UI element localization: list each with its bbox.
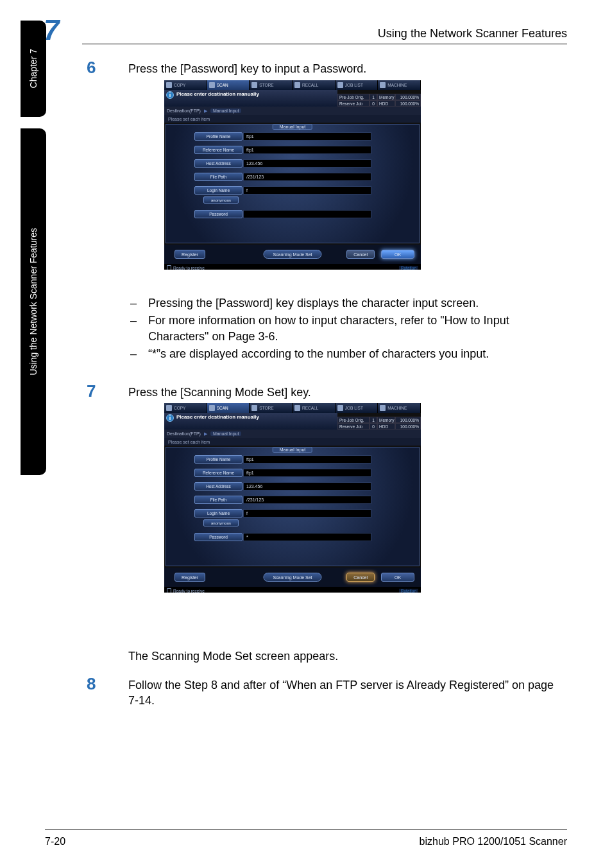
ss-tab-scan[interactable]: SCAN <box>207 403 250 413</box>
recall-icon <box>294 405 300 411</box>
step-6-text: Press the [Password] key to input a Pass… <box>128 61 567 76</box>
ss-tab-store[interactable]: STORE <box>250 403 293 413</box>
password-button[interactable]: Password <box>194 533 242 541</box>
ss-subtitle: Please set each item <box>164 438 421 446</box>
ss-status-grid: Pre-Job Orig.1Memory100.000% Reserve Job… <box>337 413 421 430</box>
scan-icon <box>209 82 215 88</box>
rotation-indicator: Rotation <box>399 266 418 270</box>
ss-bottom-bar: Register Scanning Mode Set Cancel OK <box>164 245 421 264</box>
chapter-tab: Chapter 7 <box>21 21 46 117</box>
copy-icon <box>166 405 172 411</box>
footer-right: bizhub PRO 1200/1051 Scanner <box>420 836 567 847</box>
host-address-value: 123.456 <box>243 482 371 490</box>
lock-icon <box>167 588 171 593</box>
dash: – <box>130 295 148 311</box>
chapter-tab-label: Chapter 7 <box>28 49 38 88</box>
feature-tab: Using the Network Scanner Features <box>21 128 46 475</box>
ss-tab-copy[interactable]: COPY <box>164 403 207 413</box>
breadcrumb: Destination(FTP)▶Manual Input <box>164 107 421 115</box>
bullet-2: For more information on how to input cha… <box>148 313 567 344</box>
ss-statusbar: Ready to receive Rotation <box>164 264 421 270</box>
host-address-value: 123.456 <box>243 159 371 168</box>
ss-form: Manual Input Profile Nameftp1 Reference … <box>166 447 420 566</box>
host-address-button[interactable]: Host Address <box>194 159 242 168</box>
machine-icon <box>380 405 386 411</box>
ok-button[interactable]: OK <box>381 573 414 582</box>
info-icon: i <box>166 414 174 422</box>
profile-name-value: ftp1 <box>243 455 371 464</box>
step-6-number: 6 <box>87 58 96 78</box>
store-icon <box>251 405 257 411</box>
profile-name-value: ftp1 <box>243 132 371 141</box>
screenshot-2: COPY SCAN STORE RECALL JOB LIST MACHINE … <box>164 403 421 593</box>
reference-name-button[interactable]: Reference Name <box>194 146 242 154</box>
step-6-bullets: –Pressing the [Password] key displays th… <box>130 295 567 363</box>
running-head: Using the Network Scanner Features <box>378 27 567 40</box>
dash: – <box>130 346 148 361</box>
anonymous-button[interactable]: anonymous <box>203 196 239 204</box>
ss-tab-copy[interactable]: COPY <box>164 80 207 90</box>
screenshot-1: COPY SCAN STORE RECALL JOB LIST MACHINE … <box>164 80 421 270</box>
ss-tab-recall[interactable]: RECALL <box>293 403 336 413</box>
ss-tabs: COPY SCAN STORE RECALL JOB LIST MACHINE <box>164 403 421 413</box>
register-button[interactable]: Register <box>174 573 205 582</box>
ss-tab-joblist[interactable]: JOB LIST <box>336 403 378 413</box>
copy-icon <box>166 82 172 88</box>
password-button[interactable]: Password <box>194 210 242 218</box>
ss-tab-recall[interactable]: RECALL <box>293 80 336 90</box>
scanning-mode-set-button[interactable]: Scanning Mode Set <box>263 573 321 582</box>
profile-name-button[interactable]: Profile Name <box>194 132 242 141</box>
cancel-button[interactable]: Cancel <box>346 250 375 259</box>
ss-subtitle: Please set each item <box>164 115 421 123</box>
password-value <box>243 210 371 218</box>
ss-tab-store[interactable]: STORE <box>250 80 293 90</box>
ss-bottom-bar: Register Scanning Mode Set Cancel OK <box>164 568 421 587</box>
reference-name-value: ftp1 <box>243 469 371 477</box>
profile-name-button[interactable]: Profile Name <box>194 455 242 464</box>
store-icon <box>251 82 257 88</box>
step-8-text: Follow the Step 8 and after of “When an … <box>128 677 567 709</box>
host-address-button[interactable]: Host Address <box>194 482 242 490</box>
ss-tabs: COPY SCAN STORE RECALL JOB LIST MACHINE <box>164 80 421 90</box>
ss-status-grid: Pre-Job Orig.1Memory100.000% Reserve Job… <box>337 90 421 107</box>
scan-icon <box>209 405 215 411</box>
login-name-button[interactable]: Login Name <box>194 186 242 195</box>
step-7-number: 7 <box>87 381 96 401</box>
chevron-right-icon: ▶ <box>204 108 207 114</box>
reference-name-value: ftp1 <box>243 146 371 154</box>
step-7-text: Press the [Scanning Mode Set] key. <box>128 385 567 400</box>
ss-tab-machine[interactable]: MACHINE <box>378 403 421 413</box>
ss-form-tab: Manual Input <box>273 124 312 130</box>
scanmode-appears-text: The Scanning Mode Set screen appears. <box>128 648 567 664</box>
ss-message: iPlease enter destination manually <box>164 413 337 430</box>
login-name-value: f <box>243 186 371 195</box>
rule-bottom <box>45 829 567 829</box>
file-path-value: /231/123 <box>243 173 371 181</box>
file-path-button[interactable]: File Path <box>194 496 242 504</box>
list-icon <box>337 405 343 411</box>
file-path-button[interactable]: File Path <box>194 173 242 181</box>
step-8-number: 8 <box>87 674 96 694</box>
file-path-value: /231/123 <box>243 496 371 504</box>
bullet-1: Pressing the [Password] key displays the… <box>148 295 567 311</box>
ss-tab-machine[interactable]: MACHINE <box>378 80 421 90</box>
ss-tab-scan[interactable]: SCAN <box>207 80 250 90</box>
bullet-3: “*”s are displayed according to the numb… <box>148 346 567 361</box>
reference-name-button[interactable]: Reference Name <box>194 469 242 477</box>
scanning-mode-set-button[interactable]: Scanning Mode Set <box>263 250 321 259</box>
lock-icon <box>167 265 171 270</box>
ok-button[interactable]: OK <box>381 250 414 259</box>
ss-form-tab: Manual Input <box>273 447 312 453</box>
ss-message: iPlease enter destination manually <box>164 90 337 107</box>
login-name-value: f <box>243 509 371 517</box>
cancel-button[interactable]: Cancel <box>346 573 375 582</box>
register-button[interactable]: Register <box>174 250 205 259</box>
ss-statusbar: Ready to receive Rotation <box>164 587 421 593</box>
info-icon: i <box>166 91 174 99</box>
anonymous-button[interactable]: anonymous <box>203 519 239 526</box>
password-value: * <box>243 533 371 541</box>
rotation-indicator: Rotation <box>399 589 418 593</box>
list-icon <box>337 82 343 88</box>
ss-tab-joblist[interactable]: JOB LIST <box>336 80 378 90</box>
login-name-button[interactable]: Login Name <box>194 509 242 517</box>
